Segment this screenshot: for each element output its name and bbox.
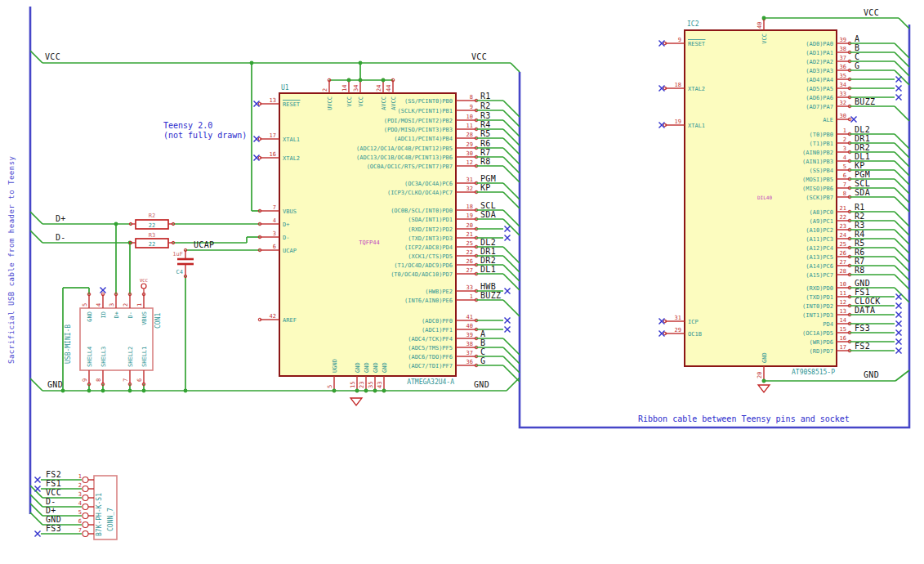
net-label: R8: [480, 157, 491, 166]
junction-dot: [359, 78, 363, 83]
net-label: R2: [480, 101, 491, 110]
pin-number: 18: [675, 82, 681, 88]
junction-dot: [373, 389, 377, 393]
pin-name: GND: [373, 362, 379, 373]
pin-number: 5: [82, 303, 88, 307]
pin-tip: [83, 477, 88, 483]
net-label: CLOCK: [855, 297, 881, 306]
pin-name: (ADC13/OC1B/OC4B/PCINT13)PB6: [356, 154, 453, 161]
pin-number: 11: [840, 290, 846, 297]
pin-name: RESET: [688, 41, 706, 47]
pin-number: 35: [840, 73, 846, 79]
net-label-gnd: GND: [47, 380, 63, 389]
net-label: FS3: [46, 524, 61, 533]
bus-entry-wire: [895, 143, 909, 158]
pin-name: ID: [100, 311, 107, 318]
pin-number: 8: [96, 378, 102, 382]
bus-entry-wire: [503, 356, 520, 373]
pin-name: SHELL4: [87, 347, 93, 367]
pin-name: PD4: [823, 321, 833, 328]
net-label: D+: [46, 506, 56, 515]
net-label: R6: [855, 248, 865, 257]
pin-number: 6: [843, 172, 846, 179]
net-label: DATA: [855, 306, 875, 315]
pin-number: 2: [123, 303, 129, 307]
pin-number: 32: [466, 186, 473, 192]
net-label: DL2: [855, 125, 870, 134]
net-label: G: [855, 61, 859, 70]
pin-name: UVCC: [327, 96, 333, 110]
wire: [895, 370, 909, 381]
net-label: R7: [855, 257, 865, 266]
con1-value: USB-MINI-B: [65, 325, 72, 364]
pin-number: 30: [466, 150, 473, 157]
junction-dot: [250, 61, 254, 65]
net-label: A: [855, 34, 859, 43]
bus-entry-wire: [895, 266, 909, 280]
pin-name: (A13)PC5: [806, 254, 833, 261]
pin-name: (A9)PC1: [809, 218, 833, 225]
wire: [30, 212, 42, 224]
bus-entry-wire: [503, 365, 520, 382]
pin-tip: [83, 522, 88, 528]
junction-dot: [364, 389, 368, 393]
net-label-dminus: D-: [56, 233, 66, 242]
bus-entry-wire: [895, 106, 909, 121]
pin-number: 6: [78, 518, 82, 525]
ic2-value: AT90S8515-P: [792, 369, 835, 376]
junction-dot: [382, 78, 386, 83]
pin-number: 42: [270, 313, 276, 320]
pin-name: (T0/OC4D/ADC10)PD7: [391, 271, 453, 278]
pin-number: 6: [273, 244, 276, 250]
pin-name: SHELL2: [127, 347, 134, 367]
pin-number: 16: [840, 335, 846, 342]
wire: [30, 51, 42, 63]
bus-entry-wire: [503, 138, 520, 154]
pin-number: 16: [270, 151, 276, 158]
pin-name: XTAL1: [688, 123, 705, 129]
pin-name: VBUS: [141, 311, 148, 325]
pin-name: (TXD/INT3)PD3: [408, 235, 453, 242]
pin-number: 13: [270, 97, 276, 104]
pin-number: 38: [840, 46, 846, 52]
pin-number: 10: [466, 114, 473, 120]
pin-number: 8: [470, 94, 473, 101]
pin-name: (TXD)PD1: [806, 294, 833, 301]
pin-number: 9: [82, 378, 88, 382]
pin-number: 35: [368, 382, 374, 388]
pin-number: 20: [466, 222, 473, 229]
junction-dot: [184, 389, 188, 393]
pin-number: 5: [327, 385, 333, 388]
pin-number: 30: [840, 113, 846, 119]
net-label: R5: [855, 239, 865, 248]
pin-number: 5: [78, 509, 82, 516]
pin-name: VBUS: [283, 208, 297, 215]
pin-name: (AIN0)PB2: [802, 150, 833, 156]
pin-number: 21: [466, 231, 473, 238]
pin-tip: [83, 495, 88, 501]
pin-number: 15: [350, 382, 356, 388]
pin-name: (MOSI)PB5: [802, 177, 833, 183]
net-label: A: [480, 329, 485, 338]
pin-name: ALE: [823, 117, 833, 123]
pin-number: 12: [840, 299, 846, 306]
pin-name: GND: [87, 311, 93, 322]
note-teensy-2: (not fully drawn): [163, 131, 247, 140]
pin-name: AVCC: [381, 96, 387, 110]
bus-entry-wire: [503, 338, 520, 355]
pin-name: (A15)PC7: [806, 272, 833, 279]
con1-ref: CON1: [154, 313, 162, 329]
pin-name: (INT0)PD2: [802, 303, 833, 310]
bus-entry-wire: [503, 300, 520, 316]
pin-number: 17: [840, 344, 846, 351]
net-label: R4: [855, 230, 865, 239]
r2-value: 22: [149, 222, 155, 229]
pin-tip: [83, 486, 88, 492]
junction-dot: [382, 389, 386, 393]
vcc-symbol-icon: [141, 284, 146, 289]
pin-number: 7: [843, 181, 846, 188]
net-label-ucap: UCAP: [194, 240, 214, 249]
pin-name: (T1)PB1: [809, 141, 833, 147]
net-label: R8: [855, 266, 865, 275]
pin-number: 10: [840, 281, 846, 288]
